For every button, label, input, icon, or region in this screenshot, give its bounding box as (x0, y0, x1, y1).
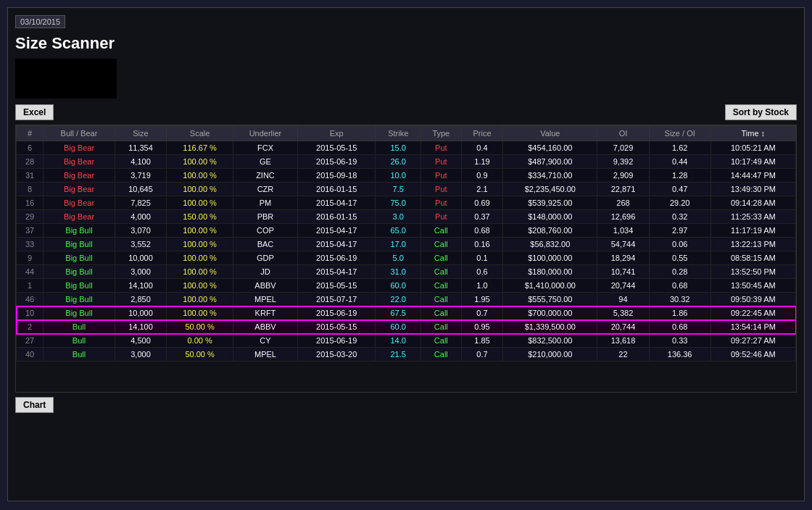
cell-size-oi: 136.36 (649, 348, 710, 361)
toolbar: Excel Sort by Stock (15, 104, 797, 120)
cell-strike: 60.0 (376, 279, 421, 293)
col-header-size: Size (115, 126, 166, 141)
cell-bull-bear: Bull (44, 348, 115, 361)
cell-underlier: CZR (233, 183, 298, 196)
cell-time: 11:17:19 AM (710, 224, 795, 238)
table-row[interactable]: 8 Big Bear 10,645 100.00 % CZR 2016-01-1… (17, 183, 796, 196)
table-row[interactable]: 16 Big Bear 7,825 100.00 % PM 2015-04-17… (17, 196, 796, 210)
cell-bull-bear: Big Bull (44, 224, 115, 238)
cell-size: 3,552 (115, 238, 166, 251)
cell-scale: 100.00 % (167, 183, 233, 196)
col-header-oi: OI (597, 126, 649, 141)
col-header-bull-bear: Bull / Bear (44, 126, 115, 141)
cell-exp: 2015-06-19 (297, 306, 376, 320)
cell-type: Call (420, 251, 461, 265)
page-title: Size Scanner (15, 34, 797, 53)
cell-strike: 15.0 (376, 141, 421, 155)
cell-exp: 2015-04-17 (297, 238, 376, 251)
cell-scale: 100.00 % (167, 293, 233, 306)
cell-size: 11,354 (115, 141, 166, 155)
cell-bull-bear: Big Bear (44, 183, 115, 196)
cell-scale: 100.00 % (167, 265, 233, 279)
chart-button[interactable]: Chart (15, 397, 54, 413)
cell-value: $180,000.00 (503, 265, 597, 279)
col-header-exp: Exp (297, 126, 376, 141)
cell-oi: 13,618 (597, 334, 649, 348)
cell-num: 16 (17, 196, 44, 210)
table-row[interactable]: 46 Big Bull 2,850 100.00 % MPEL 2015-07-… (17, 293, 796, 306)
table-row[interactable]: 40 Bull 3,000 50.00 % MPEL 2015-03-20 21… (17, 348, 796, 361)
cell-exp: 2015-06-19 (297, 251, 376, 265)
cell-value: $148,000.00 (503, 210, 597, 224)
table-row[interactable]: 44 Big Bull 3,000 100.00 % JD 2015-04-17… (17, 265, 796, 279)
cell-price: 1.95 (461, 293, 503, 306)
cell-type: Put (420, 155, 461, 169)
cell-price: 0.7 (461, 306, 503, 320)
col-header-price: Price (461, 126, 503, 141)
cell-size-oi: 29.20 (649, 196, 710, 210)
table-row[interactable]: 37 Big Bull 3,070 100.00 % COP 2015-04-1… (17, 224, 796, 238)
cell-exp: 2015-04-17 (297, 196, 376, 210)
cell-underlier: KRFT (233, 306, 298, 320)
cell-underlier: FCX (233, 141, 298, 155)
table-row[interactable]: 1 Big Bull 14,100 100.00 % ABBV 2015-05-… (17, 279, 796, 293)
cell-exp: 2016-01-15 (297, 183, 376, 196)
cell-exp: 2015-04-17 (297, 265, 376, 279)
cell-price: 1.0 (461, 279, 503, 293)
cell-exp: 2015-05-15 (297, 279, 376, 293)
col-header-scale: Scale (167, 126, 233, 141)
cell-type: Call (420, 306, 461, 320)
cell-price: 0.9 (461, 169, 503, 183)
cell-scale: 100.00 % (167, 169, 233, 183)
cell-oi: 1,034 (597, 224, 649, 238)
cell-num: 28 (17, 155, 44, 169)
cell-num: 8 (17, 183, 44, 196)
cell-price: 1.19 (461, 155, 503, 169)
table-row[interactable]: 29 Big Bear 4,000 150.00 % PBR 2016-01-1… (17, 210, 796, 224)
cell-num: 1 (17, 279, 44, 293)
cell-value: $208,760.00 (503, 224, 597, 238)
col-header-type: Type (420, 126, 461, 141)
cell-scale: 150.00 % (167, 210, 233, 224)
cell-oi: 9,392 (597, 155, 649, 169)
cell-exp: 2016-01-15 (297, 210, 376, 224)
table-row[interactable]: 2 Bull 14,100 50.00 % ABBV 2015-05-15 60… (17, 320, 796, 334)
cell-bull-bear: Big Bull (44, 265, 115, 279)
cell-strike: 31.0 (376, 265, 421, 279)
cell-strike: 14.0 (376, 334, 421, 348)
table-row[interactable]: 9 Big Bull 10,000 100.00 % GDP 2015-06-1… (17, 251, 796, 265)
table-row[interactable]: 6 Big Bear 11,354 116.67 % FCX 2015-05-1… (17, 141, 796, 155)
table-row[interactable]: 10 Big Bull 10,000 100.00 % KRFT 2015-06… (17, 306, 796, 320)
cell-time: 10:05:21 AM (710, 141, 795, 155)
table-row[interactable]: 27 Bull 4,500 0.00 % CY 2015-06-19 14.0 … (17, 334, 796, 348)
cell-type: Put (420, 210, 461, 224)
cell-bull-bear: Big Bull (44, 251, 115, 265)
cell-oi: 5,382 (597, 306, 649, 320)
cell-type: Call (420, 238, 461, 251)
table-header-row: # Bull / Bear Size Scale Underlier Exp S… (17, 126, 796, 141)
cell-size: 7,825 (115, 196, 166, 210)
cell-strike: 67.5 (376, 306, 421, 320)
cell-exp: 2015-06-19 (297, 334, 376, 348)
cell-num: 10 (17, 306, 44, 320)
cell-type: Call (420, 224, 461, 238)
sort-by-stock-button[interactable]: Sort by Stock (725, 104, 797, 120)
cell-time: 13:50:45 AM (710, 279, 795, 293)
col-header-size-oi: Size / OI (649, 126, 710, 141)
cell-exp: 2015-04-17 (297, 224, 376, 238)
table-row[interactable]: 33 Big Bull 3,552 100.00 % BAC 2015-04-1… (17, 238, 796, 251)
cell-size-oi: 30.32 (649, 293, 710, 306)
excel-button[interactable]: Excel (15, 104, 54, 120)
cell-oi: 2,909 (597, 169, 649, 183)
cell-price: 2.1 (461, 183, 503, 196)
table-row[interactable]: 28 Big Bear 4,100 100.00 % GE 2015-06-19… (17, 155, 796, 169)
cell-time: 09:27:27 AM (710, 334, 795, 348)
col-header-strike: Strike (376, 126, 421, 141)
cell-value: $334,710.00 (503, 169, 597, 183)
cell-scale: 100.00 % (167, 224, 233, 238)
col-header-time[interactable]: Time ↕ (710, 126, 795, 141)
cell-price: 0.7 (461, 348, 503, 361)
cell-scale: 100.00 % (167, 306, 233, 320)
table-row[interactable]: 31 Big Bear 3,719 100.00 % ZINC 2015-09-… (17, 169, 796, 183)
cell-scale: 100.00 % (167, 279, 233, 293)
